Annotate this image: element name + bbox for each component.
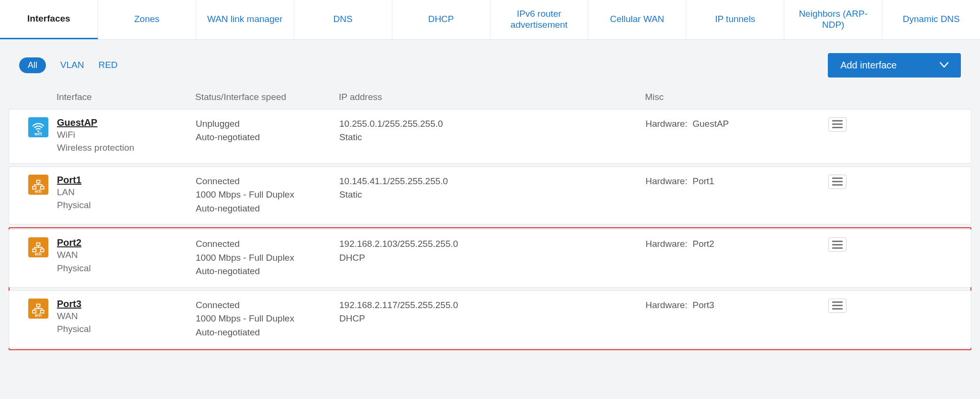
interface-row: eth Port2 WAN Physical Connected 1000 Mb… (9, 229, 971, 288)
interface-subtype: Physical (57, 262, 196, 275)
filter-all[interactable]: All (19, 57, 46, 73)
misc-label: Hardware: (646, 300, 688, 310)
status-line: 1000 Mbps - Full Duplex (196, 312, 339, 326)
interface-list: Interface Status/Interface speed IP addr… (0, 87, 980, 359)
interface-row: eth Port1 LAN Physical Connected 1000 Mb… (9, 166, 971, 225)
interface-row: eth Port3 WAN Physical Connected 1000 Mb… (9, 290, 971, 349)
tab-cellular-wan[interactable]: Cellular WAN (588, 0, 686, 39)
status-line: Unplugged (196, 117, 339, 131)
ethernet-icon: eth (28, 299, 48, 319)
svg-rect-4 (37, 243, 40, 246)
column-headers: Interface Status/Interface speed IP addr… (9, 87, 971, 109)
ip-line: Static (339, 131, 646, 144)
add-interface-button[interactable]: Add interface (828, 53, 961, 78)
misc-label: Hardware: (646, 119, 688, 129)
ip-line: 10.145.41.1/255.255.255.0 (339, 175, 646, 188)
status-line: Connected (196, 299, 339, 312)
toolbar: All VLAN RED Add interface (0, 40, 980, 87)
interface-subtype: Physical (57, 199, 196, 212)
status-line: Connected (196, 175, 339, 188)
ip-line: 192.168.2.103/255.255.255.0 (339, 237, 646, 251)
interface-subtype: Wireless protection (57, 141, 196, 155)
status-line: Auto-negotiated (196, 202, 339, 216)
interface-type: WAN (57, 248, 196, 262)
status-line: 1000 Mbps - Full Duplex (196, 188, 339, 202)
interface-name-link[interactable]: Port3 (57, 299, 196, 310)
add-interface-label: Add interface (840, 60, 897, 71)
interface-subtype: Physical (57, 322, 196, 336)
filter-vlan[interactable]: VLAN (60, 60, 84, 70)
svg-rect-7 (37, 304, 40, 307)
highlighted-rows: eth Port2 WAN Physical Connected 1000 Mb… (9, 227, 971, 350)
status-line: 1000 Mbps - Full Duplex (196, 251, 339, 265)
row-menu-button[interactable] (828, 299, 846, 313)
row-menu-button[interactable] (828, 237, 846, 252)
tab-neighbors-arp-ndp[interactable]: Neighbors (ARP-NDP) (784, 0, 882, 39)
interface-type: LAN (57, 186, 196, 199)
status-line: Auto-negotiated (196, 131, 339, 144)
misc-label: Hardware: (646, 239, 688, 249)
tab-dynamic-dns[interactable]: Dynamic DNS (882, 0, 980, 39)
svg-rect-1 (37, 180, 40, 183)
wifi-icon: wifi (28, 117, 48, 137)
col-status: Status/Interface speed (195, 92, 339, 102)
tab-ipv6-router-advertisement[interactable]: IPv6 router advertisement (490, 0, 589, 39)
ip-line: DHCP (339, 312, 646, 326)
interface-name-link[interactable]: Port2 (57, 237, 196, 248)
ip-line: 192.168.2.117/255.255.255.0 (339, 299, 646, 312)
col-misc: Misc (645, 92, 817, 102)
col-ip: IP address (339, 92, 645, 102)
ip-line: 10.255.0.1/255.255.255.0 (339, 117, 646, 131)
tab-zones[interactable]: Zones (98, 0, 196, 39)
ip-line: DHCP (339, 251, 646, 265)
chevron-down-icon (940, 60, 948, 70)
tab-ip-tunnels[interactable]: IP tunnels (686, 0, 784, 39)
row-menu-button[interactable] (828, 117, 846, 132)
status-line: Connected (196, 237, 339, 251)
filter-group: All VLAN RED (19, 57, 118, 73)
interface-name-link[interactable]: Port1 (57, 175, 196, 186)
filter-red[interactable]: RED (99, 60, 118, 70)
interface-name-link[interactable]: GuestAP (57, 117, 196, 128)
top-tabs: Interfaces Zones WAN link manager DNS DH… (0, 0, 980, 40)
col-interface: Interface (56, 92, 195, 102)
interface-row: wifi GuestAP WiFi Wireless protection Un… (9, 109, 971, 164)
tab-dns[interactable]: DNS (294, 0, 392, 39)
status-line: Auto-negotiated (196, 326, 339, 340)
row-menu-button[interactable] (828, 175, 846, 189)
interface-type: WAN (57, 310, 196, 323)
misc-value: Port2 (692, 239, 714, 249)
misc-label: Hardware: (646, 176, 688, 186)
misc-value: GuestAP (692, 119, 729, 129)
misc-value: Port3 (692, 300, 714, 310)
tab-interfaces[interactable]: Interfaces (0, 0, 98, 39)
tab-wan-link-manager[interactable]: WAN link manager (196, 0, 294, 39)
ethernet-icon: eth (28, 237, 48, 257)
status-line: Auto-negotiated (196, 265, 339, 278)
interface-type: WiFi (57, 128, 196, 142)
tab-dhcp[interactable]: DHCP (392, 0, 490, 39)
ip-line: Static (339, 188, 646, 202)
misc-value: Port1 (692, 176, 714, 186)
ethernet-icon: eth (28, 175, 48, 195)
